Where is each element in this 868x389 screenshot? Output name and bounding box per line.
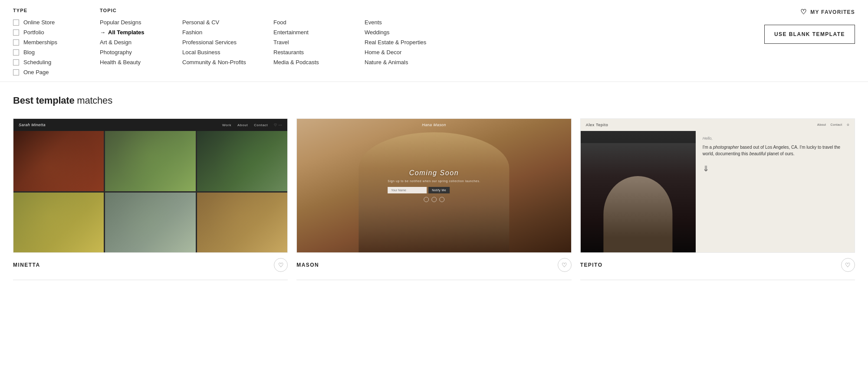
mason-overlay-content: Coming Soon Sign up to be notified when … (388, 169, 480, 202)
checkbox-one-page[interactable] (13, 69, 19, 75)
mason-coming-soon-text: Coming Soon (388, 169, 480, 177)
topic-label-home-decor: Home & Decor (365, 49, 401, 56)
topic-item-travel[interactable]: Travel (273, 37, 365, 47)
type-label-scheduling: Scheduling (23, 59, 51, 65)
food-image-2 (105, 131, 195, 191)
topic-item-real-estate[interactable]: Real Estate & Properties (365, 37, 456, 47)
type-item-portfolio[interactable]: Portfolio (13, 27, 100, 37)
mason-notify-button[interactable]: Notify Me (428, 187, 450, 193)
tepito-nav-bar: Alex Tepito About Contact ⊙ (581, 119, 855, 131)
template-card-minetta[interactable]: Sarah Minetta Work About Contact ♡ ··· (13, 118, 288, 280)
my-favorites-button[interactable]: ♡ MY FAVORITES (800, 8, 855, 16)
type-label-online-store: Online Store (23, 19, 55, 26)
topic-label-photography: Photography (100, 49, 132, 56)
topic-label-community: Community & Non-Profits (182, 59, 246, 65)
type-item-blog[interactable]: Blog (13, 47, 100, 57)
top-right-actions: ♡ MY FAVORITES USE BLANK TEMPLATE (764, 8, 855, 77)
tepito-hello: Hello, (703, 136, 848, 141)
tepito-photo-left (581, 131, 696, 252)
topic-item-photography[interactable]: Photography (100, 47, 182, 57)
food-image-5 (105, 193, 195, 253)
mason-name-input[interactable] (388, 187, 427, 193)
topic-item-home-decor[interactable]: Home & Decor (365, 47, 456, 57)
topic-item-popular[interactable]: Popular Designs (100, 17, 182, 27)
use-blank-button[interactable]: USE BLANK TEMPLATE (764, 25, 855, 44)
topic-item-personal[interactable]: Personal & CV (182, 17, 273, 27)
topic-item-health[interactable]: Health & Beauty (100, 57, 182, 67)
templates-grid: Sarah Minetta Work About Contact ♡ ··· (13, 118, 855, 280)
my-favorites-label: MY FAVORITES (810, 9, 855, 15)
checkbox-portfolio[interactable] (13, 29, 19, 36)
topic-item-art[interactable]: Art & Design (100, 37, 182, 47)
checkbox-scheduling[interactable] (13, 59, 19, 65)
heart-icon: ♡ (562, 262, 567, 268)
mason-social-ig (439, 197, 444, 202)
mason-social-tw (431, 197, 437, 202)
mason-favorite-button[interactable]: ♡ (558, 258, 572, 272)
mason-divider (296, 280, 571, 280)
tepito-bio-text: I'm a photographer based out of Los Ange… (703, 144, 848, 157)
topic-item-food[interactable]: Food (273, 17, 365, 27)
type-label-memberships: Memberships (23, 39, 57, 46)
topic-item-community[interactable]: Community & Non-Profits (182, 57, 273, 67)
type-filter-section: TYPE Online Store Portfolio Memberships … (13, 8, 100, 77)
tepito-person-head (604, 176, 673, 252)
food-image-3 (197, 131, 287, 191)
type-item-scheduling[interactable]: Scheduling (13, 57, 100, 67)
active-arrow: → (100, 29, 105, 36)
topic-item-fashion[interactable]: Fashion (182, 27, 273, 37)
tepito-divider (580, 280, 855, 280)
checkbox-blog[interactable] (13, 49, 19, 56)
minetta-divider (13, 280, 288, 280)
topic-item-all[interactable]: → All Templates (100, 27, 182, 37)
topic-label-personal: Personal & CV (182, 19, 219, 26)
topic-item-events[interactable]: Events (365, 17, 456, 27)
minetta-logo: Sarah Minetta (19, 123, 46, 127)
section-title: Best template matches (13, 95, 855, 106)
type-label: TYPE (13, 8, 100, 13)
minetta-favorite-button[interactable]: ♡ (274, 258, 288, 272)
type-label-blog: Blog (23, 49, 35, 56)
heart-icon: ♡ (278, 262, 284, 268)
card-image-minetta: Sarah Minetta Work About Contact ♡ ··· (13, 118, 288, 253)
template-card-tepito[interactable]: Alex Tepito About Contact ⊙ (580, 118, 855, 280)
topic-item-entertainment[interactable]: Entertainment (273, 27, 365, 37)
filter-bar: TYPE Online Store Portfolio Memberships … (0, 0, 868, 82)
topic-label-real-estate: Real Estate & Properties (365, 39, 426, 46)
topic-item-nature[interactable]: Nature & Animals (365, 57, 456, 67)
mason-logo: Hana Mason (422, 123, 446, 127)
topic-label-art: Art & Design (100, 39, 132, 46)
food-image-1 (13, 131, 104, 191)
type-item-one-page[interactable]: One Page (13, 67, 100, 77)
tepito-nav: About Contact ⊙ (817, 123, 849, 127)
checkbox-memberships[interactable] (13, 39, 19, 46)
topic-item-restaurants[interactable]: Restaurants (273, 47, 365, 57)
card-image-mason: Hana Mason Coming Soon Sign up to be not… (296, 118, 571, 253)
topic-label-professional: Professional Services (182, 39, 237, 46)
mason-nav-bar: Hana Mason (297, 119, 571, 131)
mason-signup-row: Notify Me (388, 187, 480, 193)
checkbox-online-store[interactable] (13, 20, 19, 26)
topic-label-fashion: Fashion (182, 29, 202, 36)
topic-item-professional[interactable]: Professional Services (182, 37, 273, 47)
topic-item-local[interactable]: Local Business (182, 47, 273, 57)
minetta-name: MINETTA (13, 262, 40, 268)
tepito-scroll-arrow: ⇓ (703, 164, 848, 173)
food-image-4 (13, 193, 104, 253)
topic-item-weddings[interactable]: Weddings (365, 27, 456, 37)
tepito-favorite-button[interactable]: ♡ (841, 258, 855, 272)
topic-label-nature: Nature & Animals (365, 59, 408, 65)
heart-icon: ♡ (845, 262, 851, 268)
topic-label-weddings: Weddings (365, 29, 390, 36)
topic-label: TOPIC (100, 8, 764, 13)
topic-label-travel: Travel (273, 39, 289, 46)
type-item-online-store[interactable]: Online Store (13, 17, 100, 27)
mason-social-fb (424, 197, 429, 202)
minetta-nav: Work About Contact ♡ ··· (222, 123, 282, 127)
type-item-memberships[interactable]: Memberships (13, 37, 100, 47)
topic-item-media[interactable]: Media & Podcasts (273, 57, 365, 67)
tepito-logo: Alex Tepito (586, 123, 608, 127)
topic-label-restaurants: Restaurants (273, 49, 304, 56)
template-card-mason[interactable]: Hana Mason Coming Soon Sign up to be not… (296, 118, 571, 280)
heart-icon: ♡ (800, 8, 807, 16)
